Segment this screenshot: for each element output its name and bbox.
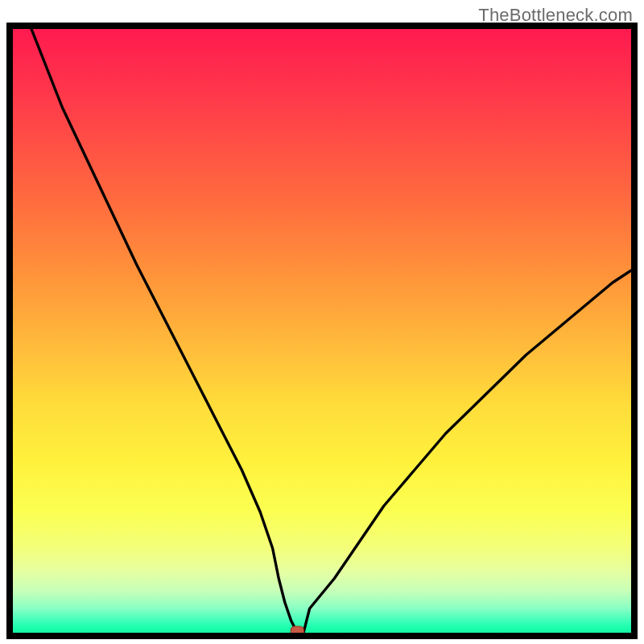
chart-frame bbox=[6, 23, 638, 639]
chart-svg bbox=[13, 29, 631, 633]
optimum-marker bbox=[291, 626, 303, 633]
chart-container: TheBottleneck.com bbox=[0, 0, 644, 644]
bottleneck-curve bbox=[31, 29, 631, 633]
